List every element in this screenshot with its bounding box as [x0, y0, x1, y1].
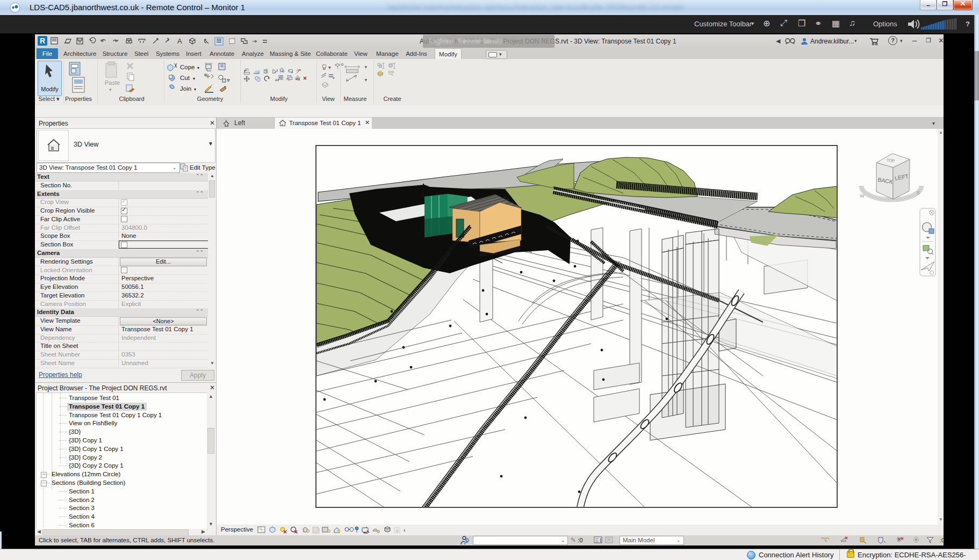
- svg-text:‹: ‹: [404, 527, 406, 533]
- svg-text:▾: ▾: [109, 87, 112, 92]
- svg-text:Cope: Cope: [180, 64, 195, 70]
- svg-text:▾: ▾: [227, 78, 229, 83]
- svg-text:▾: ▾: [193, 76, 195, 81]
- svg-text:▾: ▾: [194, 87, 196, 92]
- svg-text:Join: Join: [180, 85, 191, 92]
- svg-text:Cut: Cut: [180, 75, 190, 81]
- svg-text:TOP: TOP: [887, 158, 895, 163]
- svg-text:W: W: [860, 193, 865, 199]
- svg-text:A: A: [177, 37, 182, 45]
- svg-text:▾: ▾: [365, 66, 367, 69]
- svg-text:S: S: [917, 190, 920, 195]
- svg-text:▾: ▾: [329, 66, 331, 69]
- svg-text:▾: ▾: [365, 78, 367, 82]
- svg-text::0: :0: [940, 537, 944, 543]
- svg-text:▾: ▾: [197, 66, 199, 70]
- svg-text:Paste: Paste: [105, 79, 120, 86]
